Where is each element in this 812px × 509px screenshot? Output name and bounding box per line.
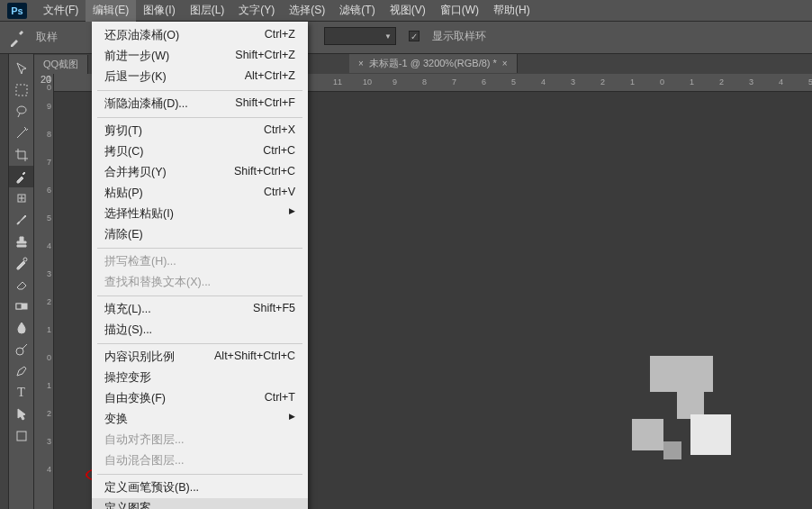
dodge-tool-icon[interactable] <box>9 339 33 360</box>
type-tool-icon[interactable]: T <box>9 382 33 404</box>
menu-item-label: 清除(E) <box>104 227 143 242</box>
menu-file[interactable]: 文件(F) <box>36 0 86 22</box>
sample-size-dropdown[interactable]: ▼ <box>324 27 396 45</box>
ruler-tick: 0 <box>660 77 664 86</box>
menu-item-label: 变换 <box>104 412 128 427</box>
pen-tool-icon[interactable] <box>9 360 33 382</box>
menu-item-shortcut: Alt+Shift+Ctrl+C <box>214 350 295 365</box>
menu-image[interactable]: 图像(I) <box>136 0 182 22</box>
menu-item[interactable]: 剪切(T)Ctrl+X <box>92 121 308 141</box>
ruler-tick: 7 <box>452 77 456 86</box>
menu-item[interactable]: 变换▶ <box>92 409 308 430</box>
menu-item-label: 描边(S)... <box>104 323 152 338</box>
ruler-tick: 11 <box>333 77 342 86</box>
menu-item[interactable]: 定义图案... <box>92 498 308 509</box>
menu-layer[interactable]: 图层(L) <box>183 0 232 22</box>
magic-wand-tool-icon[interactable] <box>9 123 33 144</box>
tab-label: 未标题-1 @ 3200%(RGB/8) * <box>369 57 497 70</box>
sample-ring-checkbox[interactable]: ✓ <box>409 31 420 41</box>
eyedropper-icon[interactable] <box>7 27 29 49</box>
healing-tool-icon[interactable] <box>9 187 33 209</box>
menu-item-shortcut: Alt+Ctrl+Z <box>245 69 295 85</box>
menu-item[interactable]: 合并拷贝(Y)Shift+Ctrl+C <box>92 162 308 183</box>
submenu-arrow-icon: ▶ <box>289 412 295 427</box>
menu-type[interactable]: 文字(Y) <box>231 0 282 22</box>
move-tool-icon[interactable] <box>9 58 33 79</box>
svg-rect-7 <box>17 432 26 441</box>
menu-item[interactable]: 渐隐油漆桶(D)...Shift+Ctrl+F <box>92 94 308 114</box>
ruler-tick: 3 <box>571 77 575 86</box>
menu-view[interactable]: 视图(V) <box>383 0 433 22</box>
svg-point-3 <box>23 258 27 261</box>
canvas-content <box>632 356 749 473</box>
menu-bar: Ps 文件(F) 编辑(E) 图像(I) 图层(L) 文字(Y) 选择(S) 滤… <box>0 0 812 22</box>
menu-item[interactable]: 选择性粘贴(I)▶ <box>92 204 308 224</box>
stamp-tool-icon[interactable] <box>9 231 33 252</box>
menu-item[interactable]: 定义画笔预设(B)... <box>92 477 308 498</box>
ruler-tick: 5 <box>511 77 516 86</box>
ruler-tick: 9 <box>47 102 51 111</box>
menu-item: 查找和替换文本(X)... <box>92 272 308 293</box>
history-brush-tool-icon[interactable] <box>9 252 33 274</box>
menu-item-shortcut: Shift+Ctrl+C <box>234 165 295 180</box>
menu-item-label: 选择性粘贴(I) <box>104 206 174 222</box>
menu-item[interactable]: 拷贝(C)Ctrl+C <box>92 141 308 162</box>
menu-item[interactable]: 描边(S)... <box>92 320 308 341</box>
menu-help[interactable]: 帮助(H) <box>486 0 537 22</box>
menu-item-shortcut: Shift+Ctrl+F <box>235 96 295 112</box>
menu-edit[interactable]: 编辑(E) <box>86 0 136 22</box>
menu-item-shortcut: Shift+Ctrl+Z <box>235 49 295 64</box>
menu-item[interactable]: 自由变换(F)Ctrl+T <box>92 388 308 409</box>
ruler-tick: 4 <box>47 465 51 474</box>
sample-ring-label: 显示取样环 <box>432 29 486 44</box>
eraser-tool-icon[interactable] <box>9 274 33 295</box>
ruler-tick: 1 <box>47 325 51 334</box>
ruler-tick: 2 <box>600 77 605 86</box>
lasso-tool-icon[interactable] <box>9 101 33 123</box>
path-select-tool-icon[interactable] <box>9 404 33 425</box>
menu-item[interactable]: 粘贴(P)Ctrl+V <box>92 183 308 204</box>
menu-item[interactable]: 还原油漆桶(O)Ctrl+Z <box>92 25 308 46</box>
tab-label: QQ截图 <box>43 58 78 71</box>
app-logo: Ps <box>7 3 27 19</box>
ruler-tick: 8 <box>47 130 51 139</box>
menu-item-label: 内容识别比例 <box>104 350 175 365</box>
crop-tool-icon[interactable] <box>9 144 33 166</box>
menu-item-label: 还原油漆桶(O) <box>104 28 179 43</box>
menu-item[interactable]: 前进一步(W)Shift+Ctrl+Z <box>92 46 308 67</box>
ruler-tick: 6 <box>482 77 486 86</box>
blur-tool-icon[interactable] <box>9 317 33 339</box>
menu-window[interactable]: 窗口(W) <box>433 0 486 22</box>
ruler-tick: 2 <box>47 409 51 418</box>
doc-tab-1[interactable]: QQ截图 <box>34 55 88 74</box>
shape-tool-icon[interactable] <box>9 425 33 447</box>
menu-item-label: 填充(L)... <box>104 302 151 317</box>
menu-filter[interactable]: 滤镜(T) <box>332 0 382 22</box>
doc-tab-2[interactable]: × 未标题-1 @ 3200%(RGB/8) * × <box>349 54 518 73</box>
menu-select[interactable]: 选择(S) <box>282 0 332 22</box>
menu-item-label: 查找和替换文本(X)... <box>104 275 211 290</box>
menu-item[interactable]: 清除(E) <box>92 224 308 245</box>
menu-item-shortcut: Ctrl+X <box>264 123 295 139</box>
menu-item-label: 后退一步(K) <box>104 69 167 85</box>
menu-item[interactable]: 后退一步(K)Alt+Ctrl+Z <box>92 67 308 87</box>
tool-strip-collapsed[interactable] <box>0 54 9 509</box>
close-icon[interactable]: × <box>358 59 364 68</box>
ruler-corner-value: 20 <box>41 74 51 85</box>
ruler-tick: 5 <box>808 77 812 86</box>
brush-tool-icon[interactable] <box>9 209 33 231</box>
toolbox: T <box>9 54 34 509</box>
eyedropper-tool-icon[interactable] <box>9 166 33 187</box>
menu-item[interactable]: 填充(L)...Shift+F5 <box>92 299 308 320</box>
menu-item[interactable]: 内容识别比例Alt+Shift+Ctrl+C <box>92 347 308 368</box>
gradient-tool-icon[interactable] <box>9 295 33 317</box>
marquee-tool-icon[interactable] <box>9 79 33 101</box>
menu-item: 自动对齐图层... <box>92 430 308 450</box>
close-icon[interactable]: × <box>502 59 508 68</box>
menu-item: 自动混合图层... <box>92 450 308 471</box>
ruler-tick: 3 <box>47 437 51 446</box>
menu-item[interactable]: 操控变形 <box>92 368 308 388</box>
submenu-arrow-icon: ▶ <box>289 206 295 222</box>
menu-item-label: 渐隐油漆桶(D)... <box>104 96 188 112</box>
ruler-tick: 4 <box>47 241 51 250</box>
